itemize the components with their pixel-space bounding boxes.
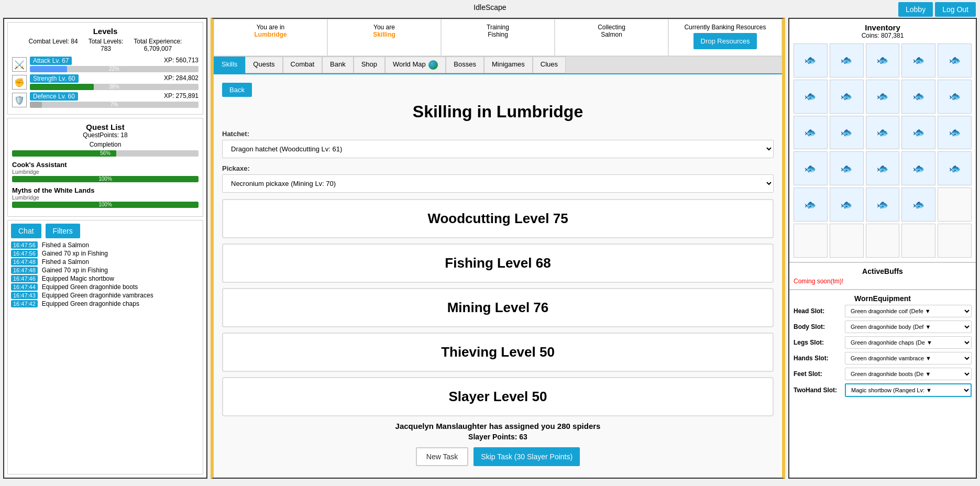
total-exp: Total Experience: 6,709,007 [134,38,182,52]
top-right-buttons: Lobby Log Out [898,2,976,17]
skill-action-0[interactable]: Woodcutting Level 75 [222,199,774,238]
equipment-select-2[interactable]: Green dragonhide chaps (De ▼ [845,336,972,349]
inventory-slot-13[interactable]: 🐟 [901,116,935,150]
tab-combat[interactable]: Combat [283,57,323,73]
inventory-slot-17[interactable]: 🐟 [866,151,900,185]
equipment-select-3[interactable]: Green dragonhide vambrace ▼ [845,352,972,364]
inventory-slot-1[interactable]: 🐟 [830,43,864,78]
inventory-slot-14[interactable]: 🐟 [938,116,972,150]
equipment-select-5[interactable]: Magic shortbow (Ranged Lv: ▼ [845,383,972,397]
inventory-slot-5[interactable]: 🐟 [794,80,828,114]
inventory-slot-16[interactable]: 🐟 [830,151,864,185]
equipment-select-4[interactable]: Green dragonhide boots (De ▼ [845,368,972,380]
chat-time-4: 16:47:46 [11,275,38,282]
inventory-slot-3[interactable]: 🐟 [901,43,935,78]
inventory-slot-22[interactable]: 🐟 [866,187,900,222]
inventory-slot-26[interactable] [830,224,864,258]
equipment-select-0[interactable]: Green dragonhide coif (Defe ▼ [845,305,972,317]
status-tab-location[interactable]: You are inLumbridge [214,19,327,56]
item-icon-9: 🐟 [949,91,961,102]
inventory-slot-24[interactable] [938,187,972,222]
inventory-slot-6[interactable]: 🐟 [830,80,864,114]
inventory-slot-9[interactable]: 🐟 [938,80,972,114]
chat-time-0: 16:47:56 [11,241,38,249]
inventory-slot-23[interactable]: 🐟 [901,187,935,222]
main-layout: Levels Combat Level: 84 Total Levels: 78… [0,15,980,482]
skill-actions-container: Woodcutting Level 75Fishing Level 68Mini… [222,199,774,416]
chat-log: 16:47:56 Fished a Salmon 16:47:56 Gained… [11,241,200,471]
inventory-slot-18[interactable]: 🐟 [901,151,935,185]
skill-row-0: ⚔️ Attack Lv. 67 XP: 560,713 22% [12,57,199,72]
filters-button[interactable]: Filters [46,224,80,238]
tab-skills[interactable]: Skills [214,57,245,73]
inventory-slot-0[interactable]: 🐟 [794,43,828,78]
inventory-slot-29[interactable] [938,224,972,258]
chat-message-6: Equipped Green dragonhide vambraces [42,292,153,299]
item-icon-10: 🐟 [805,127,816,138]
inventory-slot-12[interactable]: 🐟 [866,116,900,150]
logout-button[interactable]: Log Out [935,2,976,17]
tab-shop[interactable]: Shop [354,57,385,73]
pickaxe-select[interactable]: Necronium pickaxe (Mining Lv: 70) [222,174,774,193]
chat-button[interactable]: Chat [11,224,41,238]
item-icon-7: 🐟 [877,91,888,102]
lobby-button[interactable]: Lobby [898,2,933,17]
skill-action-4[interactable]: Slayer Level 50 [222,377,774,416]
skill-action-3[interactable]: Thieving Level 50 [222,333,774,372]
chat-time-2: 16:47:48 [11,258,38,266]
tab-world-map[interactable]: World Map [385,57,446,73]
chat-message-7: Equipped Green dragonhide chaps [42,300,139,307]
status-tab-collecting[interactable]: CollectingSalmon [555,19,668,56]
skill-info-2: Defence Lv. 60 XP: 275,891 7% [30,92,199,108]
inventory-slot-25[interactable] [794,224,828,258]
inventory-slot-28[interactable] [901,224,935,258]
new-task-button[interactable]: New Task [416,447,468,466]
equipment-row-2: Legs Slot: Green dragonhide chaps (De ▼ [794,336,972,349]
status-tab-skilling[interactable]: You areSkilling [327,19,441,56]
item-icon-11: 🐟 [841,127,852,138]
skill-label-row-1: Strength Lv. 60 XP: 284,802 [30,74,199,83]
quest-bar-text-0: 100% [12,176,199,182]
equipment-label-2: Legs Slot: [794,339,841,346]
status-tab-training[interactable]: TrainingFishing [441,19,555,56]
skill-action-2[interactable]: Mining Level 76 [222,288,774,327]
tab-clues[interactable]: Clues [533,57,566,73]
skill-action-1[interactable]: Fishing Level 68 [222,244,774,283]
chat-entry-6: 16:47:43 Equipped Green dragonhide vambr… [11,292,200,299]
worn-equipment-section: WornEquipment Head Slot: Green dragonhid… [789,290,976,478]
inventory-slot-21[interactable]: 🐟 [830,187,864,222]
drop-resources-button[interactable]: Drop Resources [693,33,757,49]
item-icon-4: 🐟 [949,54,961,66]
skill-info-0: Attack Lv. 67 XP: 560,713 22% [30,57,199,72]
chat-message-4: Equipped Magic shortbow [42,275,114,282]
inventory-slot-2[interactable]: 🐟 [866,43,900,78]
inventory-slot-11[interactable]: 🐟 [830,116,864,150]
skill-label-row-2: Defence Lv. 60 XP: 275,891 [30,92,199,101]
skill-bar-bg-2: 7% [30,102,199,108]
inventory-slot-19[interactable]: 🐟 [938,151,972,185]
item-icon-22: 🐟 [877,199,888,211]
skip-task-button[interactable]: Skip Task (30 Slayer Points) [474,447,580,466]
inventory-slot-15[interactable]: 🐟 [794,151,828,185]
back-button[interactable]: Back [222,83,252,97]
item-icon-23: 🐟 [913,199,924,211]
item-icon-0: 🐟 [805,54,816,66]
skill-location-title: Skilling in Lumbridge [222,102,774,121]
inventory-slot-27[interactable] [866,224,900,258]
inventory-slot-10[interactable]: 🐟 [794,116,828,150]
quest-section: Quest List QuestPoints: 18 Completion 56… [7,118,203,217]
inventory-slot-7[interactable]: 🐟 [866,80,900,114]
active-buffs-section: ActiveBuffs Coming soon(tm)! [789,263,976,290]
chat-time-7: 16:47:42 [11,300,38,307]
skill-name-0: Attack Lv. 67 [30,57,72,65]
inventory-slot-20[interactable]: 🐟 [794,187,828,222]
tab-minigames[interactable]: Minigames [484,57,533,73]
equipment-select-1[interactable]: Green dragonhide body (Def ▼ [845,321,972,333]
tab-quests[interactable]: Quests [245,57,282,73]
inventory-slot-4[interactable]: 🐟 [938,43,972,78]
inventory-slot-8[interactable]: 🐟 [901,80,935,114]
tab-bank[interactable]: Bank [322,57,354,73]
tab-bosses[interactable]: Bosses [446,57,484,73]
skill-label-row-0: Attack Lv. 67 XP: 560,713 [30,57,199,65]
hatchet-select[interactable]: Dragon hatchet (Woodcutting Lv: 61) [222,140,774,158]
